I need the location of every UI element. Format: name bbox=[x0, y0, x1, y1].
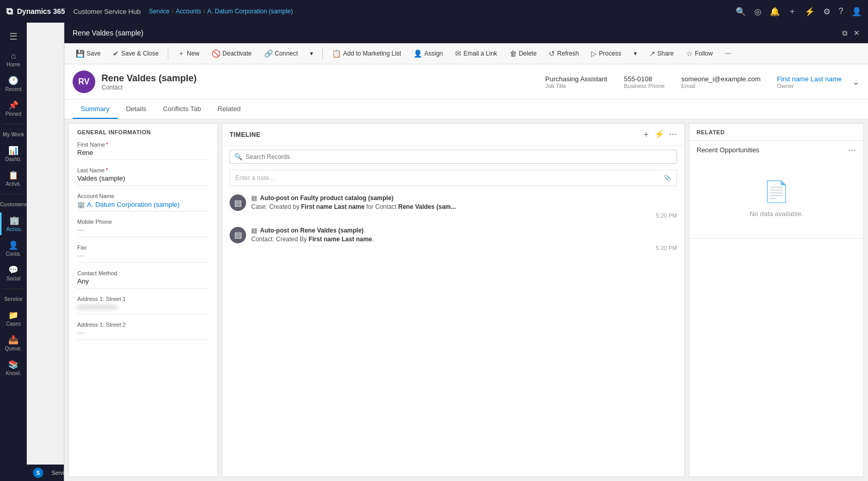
search-icon[interactable]: 🔍 bbox=[736, 7, 746, 16]
timeline-more-icon[interactable]: ⋯ bbox=[669, 129, 677, 140]
attachment-icon[interactable]: 📎 bbox=[664, 174, 671, 182]
delete-icon: 🗑 bbox=[510, 49, 517, 58]
connect-button[interactable]: 🔗 Connect bbox=[259, 47, 303, 60]
save-button[interactable]: 💾 Save bbox=[71, 47, 106, 60]
related-header: RELATED bbox=[689, 124, 863, 141]
nav-icon-1[interactable]: ◎ bbox=[754, 7, 761, 16]
save-close-button[interactable]: ✔ Save & Close bbox=[108, 47, 164, 60]
nav-icon-3[interactable]: ＋ bbox=[788, 6, 796, 17]
add-marketing-list-button[interactable]: 📋 Add to Marketing List bbox=[327, 47, 406, 60]
timeline-item-title-2: ▤ Auto-post on Rene Valdes (sample) bbox=[251, 227, 677, 234]
sidebar-label-dashboard: Dashb. bbox=[5, 156, 22, 162]
sidebar-item-home[interactable]: ⌂ Home bbox=[0, 48, 27, 70]
more-options-button[interactable]: ⋯ bbox=[720, 47, 736, 60]
related-section-header: Recent Opportunities ⋯ bbox=[689, 141, 863, 159]
process-dropdown-button[interactable]: ▾ bbox=[629, 47, 642, 60]
field-contact-method-value[interactable]: Any bbox=[77, 277, 209, 289]
timeline-add-icon[interactable]: ＋ bbox=[642, 129, 650, 140]
sidebar-item-accounts[interactable]: 🏢 Accou. bbox=[0, 212, 27, 235]
follow-button[interactable]: ☆ Follow bbox=[681, 47, 718, 60]
sidebar-item-customers[interactable]: Customers bbox=[0, 199, 27, 210]
tab-details[interactable]: Details bbox=[118, 100, 155, 119]
timeline-search-input[interactable] bbox=[246, 153, 672, 161]
toolbar-separator-1 bbox=[168, 47, 168, 60]
contact-header-chevron-icon[interactable]: ⌄ bbox=[852, 76, 860, 87]
field-fax-value[interactable]: --- bbox=[77, 252, 209, 263]
timeline-type-icon-1: ▤ bbox=[251, 194, 257, 202]
contact-owner-label: Owner bbox=[777, 83, 842, 89]
sidebar-divider-1 bbox=[3, 124, 24, 124]
sidebar-item-dashboard[interactable]: 📊 Dashb. bbox=[0, 142, 27, 165]
accounts-icon: 🏢 bbox=[9, 216, 20, 225]
tab-related[interactable]: Related bbox=[210, 100, 249, 119]
sidebar-item-queues[interactable]: 📥 Queue. bbox=[0, 332, 27, 354]
help-icon[interactable]: ? bbox=[839, 7, 843, 16]
related-section-opportunities: Recent Opportunities ⋯ 📄 No data availab… bbox=[689, 141, 863, 239]
activities-icon: 📋 bbox=[8, 170, 19, 180]
email-link-button[interactable]: ✉ Email a Link bbox=[450, 47, 502, 60]
sidebar-item-activities[interactable]: 📋 Activit. bbox=[0, 167, 27, 190]
sidebar-item-service[interactable]: Service bbox=[0, 293, 27, 305]
sidebar-label-knowledge: Knowl. bbox=[6, 370, 21, 376]
sidebar-item-knowledge[interactable]: 📚 Knowl. bbox=[0, 357, 27, 379]
sidebar-item-mywork[interactable]: My Work bbox=[0, 129, 27, 140]
field-contact-method: Contact Method Any bbox=[69, 267, 217, 293]
knowledge-icon: 📚 bbox=[8, 360, 19, 369]
timeline-avatar-icon-2: ▤ bbox=[234, 230, 242, 240]
nav-icon-2[interactable]: 🔔 bbox=[770, 7, 780, 16]
sidebar-divider-2 bbox=[3, 194, 24, 194]
sidebar-item-cases[interactable]: 📁 Cases bbox=[0, 307, 27, 330]
delete-button[interactable]: 🗑 Delete bbox=[505, 47, 542, 60]
timeline-items: ▤ ▤ Auto-post on Faulty product catalog … bbox=[222, 190, 684, 476]
timeline-search[interactable]: 🔍 bbox=[230, 150, 677, 164]
modal-close-icon[interactable]: ✕ bbox=[854, 29, 860, 38]
edge-btn-edit[interactable]: ✏ bbox=[863, 143, 864, 162]
modal-expand-icon[interactable]: ⧉ bbox=[842, 29, 847, 38]
contact-field-jobtitle: Purchasing Assistant Job Title bbox=[545, 75, 607, 89]
field-street2: Address 1: Street 2 --- bbox=[69, 318, 217, 344]
deactivate-button[interactable]: 🚫 Deactivate bbox=[206, 47, 257, 60]
related-section-more-icon[interactable]: ⋯ bbox=[848, 145, 856, 155]
chevron-down-icon: ▾ bbox=[310, 50, 313, 57]
sidebar-item-pinned[interactable]: 📌 Pinned bbox=[0, 97, 27, 120]
field-lastname: Last Name Valdes (sample) bbox=[69, 164, 217, 190]
field-lastname-value[interactable]: Valdes (sample) bbox=[77, 174, 209, 186]
modal-panel: Rene Valdes (sample) ⧉ ✕ 💾 Save ✔ Save &… bbox=[64, 23, 868, 481]
nav-icon-4[interactable]: ⚡ bbox=[805, 7, 815, 16]
sidebar-item-contacts[interactable]: 👤 Conta. bbox=[0, 237, 27, 260]
edge-btn-grid[interactable]: ⊞ bbox=[863, 124, 864, 143]
tab-conflicts[interactable]: Conflicts Tab bbox=[154, 100, 209, 119]
sidebar-item-social[interactable]: 💬 Social bbox=[0, 262, 27, 284]
timeline-item-title-1: ▤ Auto-post on Faulty product catalog (s… bbox=[251, 194, 677, 202]
marketing-icon: 📋 bbox=[332, 49, 341, 58]
sidebar-label-social: Social bbox=[6, 276, 20, 281]
contact-phone-label: Business Phone bbox=[624, 83, 665, 89]
process-button[interactable]: ▷ Process bbox=[586, 47, 626, 60]
timeline-filter-icon[interactable]: ⚡ bbox=[654, 129, 665, 140]
panel-timeline: TIMELINE ＋ ⚡ ⋯ 🔍 Enter a note... 📎 bbox=[222, 123, 685, 477]
refresh-button[interactable]: ↺ Refresh bbox=[544, 47, 584, 60]
edge-btn-list[interactable]: ☰ bbox=[863, 162, 864, 180]
new-button[interactable]: ＋ New bbox=[172, 46, 204, 61]
user-icon[interactable]: 👤 bbox=[852, 7, 862, 16]
sidebar-menu-icon[interactable]: ☰ bbox=[5, 27, 22, 46]
field-street2-value[interactable]: --- bbox=[77, 329, 209, 340]
timeline-section-title: TIMELINE bbox=[230, 131, 261, 138]
field-firstname-value[interactable]: Rene bbox=[77, 149, 209, 160]
field-street1-value[interactable]: ●●●●●●●●●● bbox=[77, 303, 209, 314]
panel-related: RELATED Recent Opportunities ⋯ 📄 No data… bbox=[689, 123, 864, 477]
tab-summary[interactable]: Summary bbox=[73, 100, 118, 119]
share-button[interactable]: ↗ Share bbox=[644, 47, 679, 60]
field-contact-method-label: Contact Method bbox=[77, 270, 209, 276]
toolbar-separator-2 bbox=[322, 47, 323, 60]
contact-owner-value[interactable]: First name Last name bbox=[777, 75, 842, 83]
field-mobile-value[interactable]: --- bbox=[77, 226, 209, 237]
sidebar-item-recent[interactable]: 🕐 Recent bbox=[0, 73, 27, 95]
contacts-icon: 👤 bbox=[8, 240, 19, 250]
connect-dropdown-button[interactable]: ▾ bbox=[305, 47, 318, 60]
timeline-note-input[interactable]: Enter a note... 📎 bbox=[230, 170, 677, 186]
settings-icon[interactable]: ⚙ bbox=[823, 7, 830, 16]
assign-button[interactable]: 👤 Assign bbox=[408, 47, 448, 60]
field-firstname: First Name Rene bbox=[69, 138, 217, 164]
field-account-value[interactable]: 🏢 A. Datum Corporation (sample) bbox=[77, 200, 209, 211]
